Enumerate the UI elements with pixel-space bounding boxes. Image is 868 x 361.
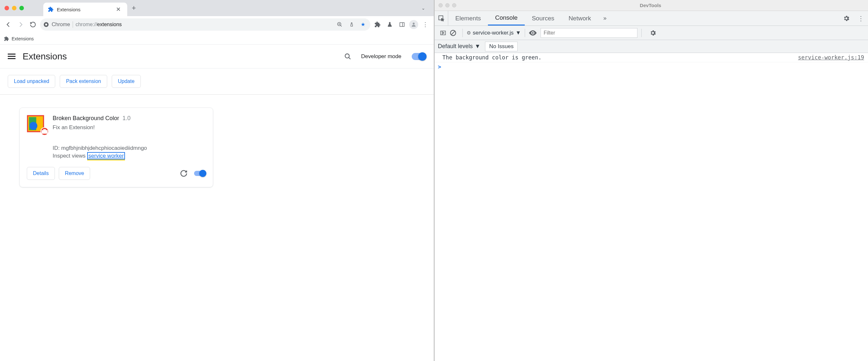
close-window-icon[interactable] xyxy=(4,6,9,10)
browser-tab[interactable]: Extensions ✕ xyxy=(43,3,127,16)
forward-button[interactable] xyxy=(16,19,26,30)
reload-extension-icon[interactable] xyxy=(177,170,190,177)
panel-icon[interactable] xyxy=(397,19,407,30)
omnibox-label: Chrome xyxy=(52,22,70,27)
inspect-views-row: Inspect views service worker xyxy=(53,153,206,159)
context-selector[interactable]: ⚙ service-worker.js ▼ xyxy=(467,30,521,36)
unpacked-badge-icon xyxy=(40,127,49,136)
extension-card: Broken Background Color 1.0 Fix an Exten… xyxy=(20,108,213,187)
pack-extension-button[interactable]: Pack extension xyxy=(60,75,107,88)
search-icon[interactable] xyxy=(342,53,354,60)
extension-icon xyxy=(27,115,45,134)
remove-button[interactable]: Remove xyxy=(59,167,90,180)
puzzle-icon xyxy=(48,6,54,12)
back-button[interactable] xyxy=(3,19,13,30)
puzzle-icon xyxy=(4,36,9,41)
tab-elements[interactable]: Elements xyxy=(448,11,488,26)
more-tabs-icon[interactable]: » xyxy=(598,11,612,26)
tab-console[interactable]: Console xyxy=(488,11,525,26)
extensions-list: Broken Background Color 1.0 Fix an Exten… xyxy=(0,95,434,200)
page-title: Extensions xyxy=(23,51,335,62)
omnibox-url: chrome://extensions xyxy=(75,22,332,27)
toggle-sidebar-icon[interactable] xyxy=(440,30,446,36)
maximize-window-icon[interactable] xyxy=(452,3,456,7)
minimize-window-icon[interactable] xyxy=(445,3,450,7)
developer-mode-label: Developer mode xyxy=(361,53,401,60)
extensions-icon[interactable] xyxy=(372,19,383,30)
details-button[interactable]: Details xyxy=(27,167,55,180)
filter-input[interactable] xyxy=(540,28,638,38)
tab-network[interactable]: Network xyxy=(562,11,598,26)
gear-icon: ⚙ xyxy=(467,30,471,36)
tab-title: Extensions xyxy=(57,7,111,12)
tab-close-icon[interactable]: ✕ xyxy=(114,6,123,13)
browser-toolbar: Chrome chrome://extensions ★ ⋮ xyxy=(0,16,434,33)
svg-point-1 xyxy=(45,24,47,26)
console-settings-gear-icon[interactable] xyxy=(646,29,660,36)
close-window-icon[interactable] xyxy=(438,3,443,7)
bookmark-star-icon[interactable]: ★ xyxy=(359,21,367,27)
log-levels-selector[interactable]: Default levels ▼ xyxy=(438,43,480,50)
issues-button[interactable]: No Issues xyxy=(485,42,518,51)
bookmark-link[interactable]: Extensions xyxy=(11,36,34,41)
chrome-icon xyxy=(43,22,49,27)
extension-version: 1.0 xyxy=(122,115,130,122)
log-message: The background color is green. xyxy=(442,54,798,61)
labs-icon[interactable] xyxy=(384,19,395,30)
traffic-lights xyxy=(4,6,24,10)
svg-rect-11 xyxy=(43,129,46,130)
console-toolbar: ⚙ service-worker.js ▼ xyxy=(435,26,868,40)
omnibox[interactable]: Chrome chrome://extensions ★ xyxy=(40,19,370,31)
settings-gear-icon[interactable] xyxy=(839,11,854,26)
traffic-lights xyxy=(438,3,456,7)
minimize-window-icon[interactable] xyxy=(12,6,17,10)
extension-description: Fix an Extension! xyxy=(53,124,206,131)
bookmark-bar: Extensions xyxy=(0,33,434,44)
chrome-window: Extensions ✕ + ⌄ Chrome chrome://extensi… xyxy=(0,0,434,361)
svg-point-4 xyxy=(413,23,414,25)
hamburger-menu-icon[interactable] xyxy=(8,54,16,59)
element-picker-icon[interactable] xyxy=(435,11,448,26)
tab-strip: Extensions ✕ + ⌄ xyxy=(0,0,434,16)
console-prompt-icon[interactable]: > xyxy=(435,62,868,71)
clear-console-icon[interactable] xyxy=(450,29,457,36)
extension-id: ID: mgfbhjnibhjdehcphiocaoiediidmngo xyxy=(53,145,206,151)
chevron-down-icon: ▼ xyxy=(516,30,521,36)
console-filterbar: Default levels ▼ No Issues xyxy=(435,40,868,53)
new-tab-button[interactable]: + xyxy=(132,4,136,12)
share-icon[interactable] xyxy=(347,22,356,27)
window-title: DevTools xyxy=(459,3,842,8)
extension-enable-toggle[interactable] xyxy=(194,171,206,176)
svg-point-15 xyxy=(532,32,534,34)
developer-mode-toggle[interactable] xyxy=(412,53,426,60)
console-output: The background color is green. service-w… xyxy=(435,53,868,361)
devtools-tab-bar: Elements Console Sources Network » ⋮ xyxy=(435,11,868,26)
console-log-row: The background color is green. service-w… xyxy=(435,53,868,62)
svg-rect-10 xyxy=(41,130,48,134)
service-worker-link[interactable]: service worker xyxy=(87,152,125,159)
devtools-window: DevTools Elements Console Sources Networ… xyxy=(434,0,868,361)
svg-point-5 xyxy=(345,54,349,58)
tab-sources[interactable]: Sources xyxy=(525,11,562,26)
load-unpacked-button[interactable]: Load unpacked xyxy=(8,75,55,88)
all-tabs-chevron-icon[interactable]: ⌄ xyxy=(417,4,429,12)
menu-icon[interactable]: ⋮ xyxy=(420,19,430,30)
devtools-titlebar: DevTools xyxy=(435,0,868,11)
chevron-down-icon: ▼ xyxy=(475,43,480,50)
extensions-header: Extensions Developer mode xyxy=(0,44,434,68)
live-expression-icon[interactable] xyxy=(529,30,537,35)
profile-avatar[interactable] xyxy=(409,20,418,29)
omnibox-divider xyxy=(73,21,73,28)
developer-actions: Load unpacked Pack extension Update xyxy=(0,68,434,95)
more-menu-icon[interactable]: ⋮ xyxy=(854,11,868,26)
maximize-window-icon[interactable] xyxy=(20,6,24,10)
svg-point-9 xyxy=(29,122,37,130)
extension-name: Broken Background Color xyxy=(53,115,119,122)
log-source-link[interactable]: service-worker.js:19 xyxy=(798,54,864,61)
reload-button[interactable] xyxy=(28,19,38,30)
zoom-icon[interactable] xyxy=(335,22,345,27)
svg-rect-3 xyxy=(400,23,404,27)
update-button[interactable]: Update xyxy=(112,75,141,88)
